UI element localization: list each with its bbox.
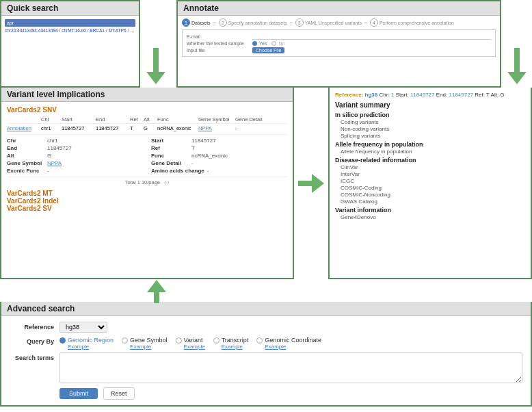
query-by-label: Query By: [10, 338, 54, 345]
intervar-item[interactable]: InterVar: [335, 171, 525, 177]
coding-variants-item[interactable]: Coding variants: [335, 119, 525, 125]
gwas-item[interactable]: GWAS Catalog: [335, 198, 525, 205]
step-3: 3 YAML Unspecified variants: [295, 18, 362, 27]
quick-search-path: chr20:43413494:43413494 / chrMT:16.00 / …: [5, 28, 135, 33]
genomic-region-example[interactable]: Example: [59, 344, 89, 350]
choose-file-btn[interactable]: Choose File: [252, 47, 284, 53]
section-allele: Allele frequency in population: [335, 141, 525, 148]
advanced-search-panel: Advanced search Reference hg38 hg19 Quer…: [0, 302, 532, 407]
reference-label: Reference: [10, 324, 54, 331]
search-terms-textarea[interactable]: [59, 352, 522, 383]
gene4denovo-item[interactable]: Gene4Denovo: [335, 214, 525, 220]
option-variant[interactable]: Variant: [176, 337, 203, 344]
icgc-item[interactable]: ICGC: [335, 178, 525, 184]
option-gene-symbol[interactable]: Gene Symbol: [122, 337, 168, 344]
section-disease: Disease-related information: [335, 157, 525, 164]
option-transcript[interactable]: Transcript: [213, 337, 249, 344]
search-terms-label: Search terms: [10, 355, 54, 361]
varcards-indel-label[interactable]: VarCards2 Indel: [7, 197, 287, 205]
reference-line: Reference: hg38 Chr: 1 Start: 11845727 E…: [335, 92, 525, 98]
step-1: 1 Datasets: [182, 18, 211, 27]
quick-search-panel: Quick search apr chr20:43413494:43413494…: [0, 0, 140, 88]
section-in-silico: In silico prediction: [335, 112, 525, 118]
annotation-link[interactable]: Annotation: [7, 125, 40, 131]
non-coding-variants-item[interactable]: Non-coding variants: [335, 126, 525, 132]
option-genomic-region[interactable]: Genomic Region: [59, 337, 114, 344]
cosmic-coding-item[interactable]: COSMIC-Coding: [335, 185, 525, 191]
gene-symbol-example[interactable]: Example: [122, 344, 151, 350]
variant-header: Variant level implications: [1, 88, 293, 102]
step-4: 4 Perform comprehensive annotation: [370, 18, 454, 27]
reference-select[interactable]: hg38 hg19: [59, 322, 107, 333]
varcards-sv-label[interactable]: VarCards2 SV: [7, 205, 287, 212]
clinvar-item[interactable]: ClinVar: [335, 164, 525, 170]
annotate-panel: Annotate 1 Datasets 2 Specify annotation…: [176, 0, 501, 88]
splicing-variants-item[interactable]: Splicing variants: [335, 133, 525, 139]
gene-link[interactable]: NPPA: [198, 125, 234, 131]
varcards-snv-label[interactable]: VarCards2 SNV: [7, 106, 287, 114]
step-2: 2 Specify annotation datasets: [219, 18, 287, 27]
submit-button[interactable]: Submit: [59, 388, 98, 399]
pagination: Total 1 10/page ‹ ›: [7, 177, 287, 185]
variant-example[interactable]: Example: [176, 344, 205, 350]
reset-button[interactable]: Reset: [103, 387, 135, 400]
annotate-header: Annotate: [178, 1, 500, 16]
advanced-search-header: Advanced search: [1, 302, 531, 316]
section-variant-info: Variant information: [335, 207, 525, 214]
variant-summary-title: Variant summary: [335, 101, 525, 109]
summary-panel: Reference: hg38 Chr: 1 Start: 11845727 E…: [328, 88, 532, 279]
genomic-coordinate-example[interactable]: Example: [256, 344, 286, 350]
transcript-example[interactable]: Example: [213, 344, 243, 350]
variant-panel: Variant level implications VarCards2 SNV…: [0, 88, 294, 279]
allele-freq-item[interactable]: Allele frequency in population: [335, 149, 525, 155]
varcards-mt-label[interactable]: VarCards2 MT: [7, 190, 287, 197]
cosmic-noncoding-item[interactable]: COSMIC-Noncoding: [335, 192, 525, 198]
option-genomic-coordinate[interactable]: Genomic Coordinate: [256, 337, 321, 344]
gene-symbol-link[interactable]: NPPA: [47, 160, 62, 166]
quick-search-header: Quick search: [1, 1, 139, 16]
quick-search-input[interactable]: apr: [5, 19, 135, 27]
annotate-steps: 1 Datasets 2 Specify annotation datasets…: [182, 18, 496, 27]
